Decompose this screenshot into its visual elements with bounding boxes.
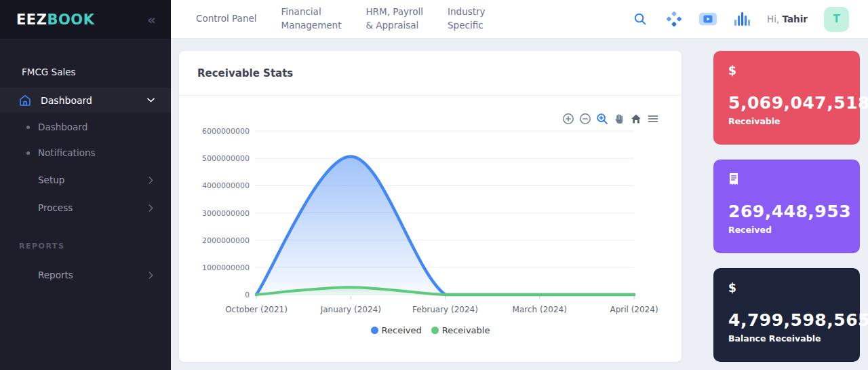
svg-text:March (2024): March (2024) bbox=[513, 305, 567, 314]
svg-text:4000000000: 4000000000 bbox=[202, 181, 250, 190]
svg-text:0: 0 bbox=[245, 291, 250, 299]
svg-text:February (2024): February (2024) bbox=[412, 305, 478, 314]
sidebar: EEZBOOK « FMCG Sales Dashboard Dashboard… bbox=[0, 0, 171, 370]
sidebar-item-reports[interactable]: Reports bbox=[0, 267, 171, 283]
topbar: Control Panel Financial Management HRM, … bbox=[171, 0, 868, 39]
sidebar-item-notifications[interactable]: Notifications bbox=[0, 145, 171, 161]
logo-text-book: BOOK bbox=[47, 12, 94, 28]
sidebar-item-setup[interactable]: Setup bbox=[0, 172, 171, 188]
reports-section-header: REPORTS bbox=[0, 242, 171, 251]
company-name: FMCG Sales bbox=[0, 64, 171, 80]
dollar-icon: $ bbox=[728, 64, 845, 79]
nav-label-line: Management bbox=[281, 19, 342, 33]
bullet-icon bbox=[26, 151, 30, 155]
stat-value: 269,448,953 bbox=[728, 202, 845, 221]
stat-card-balance-receivable[interactable]: $ 4,799,598,565 Balance Receivable bbox=[713, 268, 860, 362]
nav-industry-specific[interactable]: Industry Specific bbox=[448, 5, 486, 32]
topbar-actions: Hi, Tahir T bbox=[631, 7, 868, 32]
avatar[interactable]: T bbox=[824, 7, 849, 32]
legend-item-receivable[interactable]: Receivable bbox=[431, 325, 490, 335]
nav-control-panel[interactable]: Control Panel bbox=[196, 12, 257, 26]
nav-hrm-payroll[interactable]: HRM, Payroll & Appraisal bbox=[366, 5, 423, 32]
top-nav: Control Panel Financial Management HRM, … bbox=[171, 5, 486, 32]
page-title: Receivable Stats bbox=[197, 67, 293, 79]
stat-label: Received bbox=[728, 225, 845, 235]
chart-legend: Received Receivable bbox=[179, 325, 682, 335]
username: Tahir bbox=[783, 14, 808, 24]
sidebar-item-label: Dashboard bbox=[41, 95, 92, 106]
bar-chart-icon[interactable] bbox=[733, 10, 751, 28]
chevron-right-icon bbox=[149, 204, 153, 212]
svg-text:April (2024): April (2024) bbox=[610, 305, 658, 314]
sidebar-item-label: Process bbox=[38, 202, 73, 213]
svg-text:5000000000: 5000000000 bbox=[202, 154, 250, 163]
bullet-icon bbox=[26, 126, 30, 129]
home-icon bbox=[18, 94, 32, 107]
sidebar-item-label: Setup bbox=[38, 174, 64, 185]
nav-label-line: HRM, Payroll bbox=[366, 5, 423, 19]
stat-label: Balance Receivable bbox=[728, 333, 845, 344]
sidebar-collapse-icon[interactable]: « bbox=[147, 13, 156, 26]
sidebar-item-dashboard-sub[interactable]: Dashboard bbox=[0, 119, 171, 135]
svg-text:October (2021): October (2021) bbox=[225, 305, 288, 314]
card-header: Receivable Stats bbox=[179, 51, 682, 96]
svg-text:6000000000: 6000000000 bbox=[202, 127, 250, 136]
sidebar-item-label: Dashboard bbox=[38, 122, 87, 132]
legend-item-received[interactable]: Received bbox=[371, 325, 422, 335]
sidebar-item-label: Reports bbox=[38, 270, 73, 280]
stat-label: Receivable bbox=[728, 116, 845, 126]
stat-card-received[interactable]: 269,448,953 Received bbox=[713, 160, 860, 253]
app-root: EEZBOOK « FMCG Sales Dashboard Dashboard… bbox=[0, 0, 868, 370]
svg-text:January (2024): January (2024) bbox=[320, 305, 381, 314]
receivable-stats-card: Receivable Stats bbox=[179, 51, 682, 362]
video-tutorial-icon[interactable] bbox=[699, 10, 717, 28]
svg-text:3000000000: 3000000000 bbox=[202, 209, 250, 218]
chevron-right-icon bbox=[149, 177, 153, 184]
nav-label-line: Financial bbox=[281, 5, 342, 19]
receivable-chart-svg[interactable]: 0100000000020000000003000000000400000000… bbox=[179, 96, 682, 362]
sidebar-item-process[interactable]: Process bbox=[0, 200, 171, 216]
logo-text-eez: EEZ bbox=[16, 12, 47, 28]
search-icon[interactable] bbox=[631, 10, 649, 28]
svg-text:1000000000: 1000000000 bbox=[202, 263, 250, 272]
sidebar-item-dashboard-parent[interactable]: Dashboard bbox=[0, 88, 171, 113]
logo-bar: EEZBOOK « bbox=[0, 0, 171, 39]
legend-label: Receivable bbox=[442, 325, 490, 335]
stat-card-receivable[interactable]: $ 5,069,047,518 Receivable bbox=[713, 51, 860, 145]
svg-text:2000000000: 2000000000 bbox=[202, 236, 250, 245]
nav-financial-management[interactable]: Financial Management bbox=[281, 5, 342, 32]
greeting-prefix: Hi, bbox=[767, 14, 779, 24]
apps-grid-icon[interactable] bbox=[665, 10, 683, 28]
receipt-icon bbox=[728, 172, 845, 187]
app-logo[interactable]: EEZBOOK bbox=[16, 12, 94, 28]
user-greeting: Hi, Tahir bbox=[767, 14, 808, 24]
stat-value: 4,799,598,565 bbox=[728, 310, 845, 330]
legend-label: Received bbox=[382, 325, 422, 335]
stat-value: 5,069,047,518 bbox=[728, 93, 845, 113]
nav-label-line: Specific bbox=[448, 19, 486, 33]
nav-label-line: & Appraisal bbox=[366, 19, 423, 33]
legend-dot-receivable bbox=[431, 327, 439, 334]
legend-dot-received bbox=[371, 327, 378, 334]
chevron-right-icon bbox=[149, 272, 153, 279]
chevron-down-icon bbox=[147, 98, 155, 103]
nav-label-line: Industry bbox=[448, 5, 486, 19]
dollar-icon: $ bbox=[728, 281, 845, 296]
sidebar-item-label: Notifications bbox=[38, 147, 96, 158]
